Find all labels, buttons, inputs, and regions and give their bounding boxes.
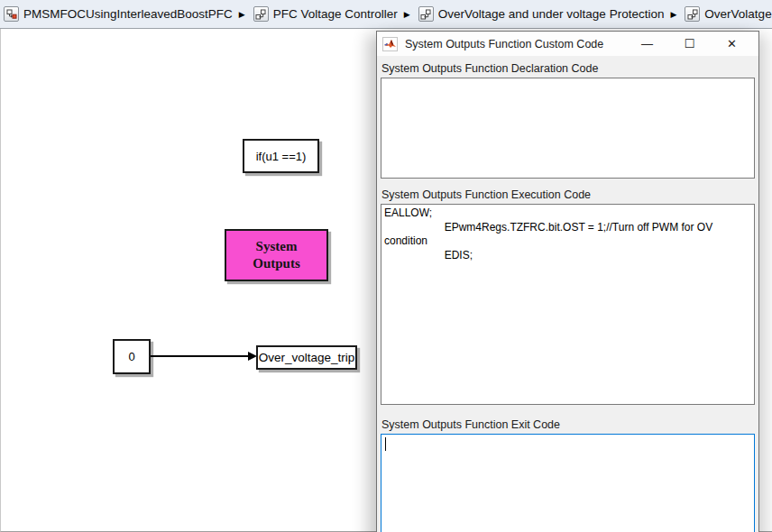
- declaration-code-label: System Outputs Function Declaration Code: [381, 62, 755, 75]
- subsystem-icon: [685, 6, 700, 22]
- breadcrumb-item-subsystem-3[interactable]: OverVolatge Protection ▶: [685, 6, 772, 22]
- breadcrumb: PMSMFOCUsingInterleavedBoostPFC ▶ PFC Vo…: [0, 0, 772, 29]
- breadcrumb-item-model[interactable]: PMSMFOCUsingInterleavedBoostPFC ▶: [4, 6, 253, 22]
- breadcrumb-label[interactable]: OverVolatge Protection: [704, 7, 772, 21]
- dialog-title: System Outputs Function Custom Code: [405, 38, 603, 50]
- custom-code-dialog: System Outputs Function Custom Code — ☐ …: [376, 31, 759, 532]
- exit-code-textarea[interactable]: [381, 434, 755, 532]
- matlab-icon: [382, 37, 398, 51]
- breadcrumb-arrow-icon[interactable]: ▶: [239, 10, 245, 19]
- text-cursor: [385, 437, 386, 451]
- exit-code-label: System Outputs Function Exit Code: [381, 418, 755, 431]
- breadcrumb-label[interactable]: PMSMFOCUsingInterleavedBoostPFC: [23, 7, 233, 21]
- data-store-label: Over_voltage_trip: [259, 351, 355, 364]
- window-controls: — ☐ ✕: [626, 32, 753, 55]
- subsystem-icon: [418, 6, 434, 22]
- subsystem-icon: [253, 6, 269, 22]
- data-store-write-block[interactable]: Over_voltage_trip: [256, 345, 357, 370]
- breadcrumb-label[interactable]: PFC Voltage Controller: [273, 7, 398, 21]
- minimize-button[interactable]: —: [626, 32, 668, 55]
- if-block-label: if(u1 ==1): [256, 150, 307, 163]
- execution-code-textarea[interactable]: EALLOW; EPwm4Regs.TZFRC.bit.OST = 1;//Tu…: [381, 204, 755, 405]
- signal-line[interactable]: [151, 355, 250, 357]
- breadcrumb-item-subsystem-2[interactable]: OverVoltage and under voltage Protection…: [418, 6, 685, 22]
- breadcrumb-label[interactable]: OverVoltage and under voltage Protection: [438, 7, 665, 21]
- execution-code-label: System Outputs Function Execution Code: [381, 188, 755, 201]
- breadcrumb-arrow-icon[interactable]: ▶: [404, 10, 410, 19]
- constant-block[interactable]: 0: [113, 339, 151, 374]
- breadcrumb-item-subsystem-1[interactable]: PFC Voltage Controller ▶: [253, 6, 418, 22]
- if-block[interactable]: if(u1 ==1): [243, 139, 319, 173]
- maximize-button[interactable]: ☐: [668, 32, 711, 55]
- simulink-model-icon: [4, 6, 19, 22]
- system-outputs-line1: System: [256, 238, 298, 255]
- dialog-body: System Outputs Function Declaration Code…: [377, 56, 758, 532]
- system-outputs-line2: Outputs: [253, 255, 300, 272]
- dialog-titlebar[interactable]: System Outputs Function Custom Code — ☐ …: [377, 32, 758, 56]
- declaration-code-textarea[interactable]: [381, 78, 755, 179]
- system-outputs-block[interactable]: System Outputs: [225, 229, 328, 281]
- constant-value: 0: [128, 350, 134, 363]
- breadcrumb-arrow-icon[interactable]: ▶: [670, 10, 676, 19]
- close-button[interactable]: ✕: [711, 32, 753, 55]
